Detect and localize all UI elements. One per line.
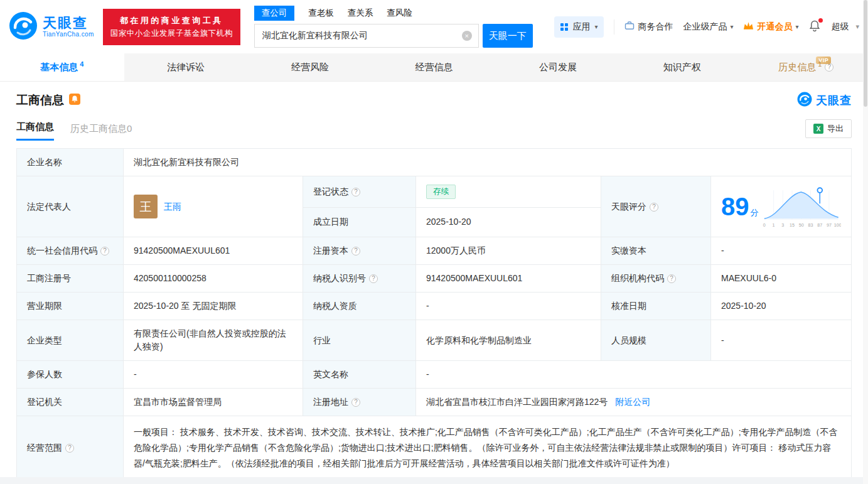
company-type-value: 有限责任公司(非自然人投资或控股的法人独资) — [124, 320, 303, 361]
svg-text:0: 0 — [763, 223, 765, 228]
help-icon[interactable]: ? — [351, 188, 360, 196]
tab-intellectual-property[interactable]: 知识产权 — [620, 53, 744, 81]
tab-history-info[interactable]: VIP 历史信息 1 ? — [744, 53, 868, 81]
promo-line1: 都在用的商业查询工具 — [110, 14, 233, 27]
status-badge: 存续 — [426, 185, 456, 199]
nav-item-cooperation[interactable]: 商务合作 — [624, 21, 673, 33]
svg-text:1: 1 — [772, 223, 774, 228]
help-icon[interactable]: ? — [65, 444, 74, 453]
help-icon[interactable]: ? — [825, 63, 833, 72]
export-button[interactable]: X 导出 — [805, 119, 852, 138]
business-info-table: 企业名称 湖北宜化新宜科技有限公司 法定代表人 王 王雨 登记状态? 存续 — [16, 148, 852, 480]
paid-capital-label: 实缴资本 — [601, 237, 711, 265]
tab-company-development[interactable]: 公司发展 — [496, 53, 620, 81]
search-button[interactable]: 天眼一下 — [483, 24, 533, 48]
logo-name: 天眼查 — [43, 15, 94, 31]
help-icon[interactable]: ? — [100, 247, 109, 255]
chevron-down-icon: ▾ — [594, 23, 597, 30]
search-type-tabs: 查公司 查老板 查关系 查风险 — [254, 6, 533, 21]
grid-icon — [560, 23, 568, 31]
tab-label: 基本信息 — [40, 62, 78, 73]
svg-text:50: 50 — [798, 223, 803, 228]
subtab-row: 工商信息 历史工商信息0 X 导出 — [16, 119, 852, 141]
search-area: 查公司 查老板 查关系 查风险 × 天眼一下 — [254, 6, 533, 48]
top-bar: 天眼查 TianYanCha.com 都在用的商业查询工具 国家中小企业发展子基… — [0, 0, 868, 53]
industry-value: 化学原料和化学制品制造业 — [416, 320, 601, 361]
section-header: 工商信息 天眼 — [16, 92, 852, 109]
scope-label-cell: 经营范围? — [17, 416, 124, 480]
search-input[interactable] — [255, 31, 478, 41]
nearby-companies-link[interactable]: 附近公司 — [615, 397, 650, 407]
reg-status-cell: 存续 — [416, 176, 601, 208]
staff-size-value: - — [711, 320, 852, 361]
promo-banner: 都在用的商业查询工具 国家中小企业发展子基金旗下机构 — [103, 9, 240, 45]
tianyancha-logo[interactable]: 天眼查 TianYanCha.com — [9, 11, 94, 43]
logo-domain: TianYanCha.com — [43, 31, 94, 38]
crown-icon — [743, 21, 754, 32]
org-code-label-cell: 组织机构代码? — [601, 265, 711, 293]
search-row: × 天眼一下 — [254, 24, 533, 48]
table-row: 工商注册号 420500110000258 纳税人识别号? 91420500MA… — [17, 265, 852, 293]
score-label: 天眼评分 — [611, 202, 646, 212]
svg-text:87: 87 — [817, 223, 822, 228]
search-tab-company[interactable]: 查公司 — [254, 6, 295, 21]
apps-label: 应用 — [572, 21, 590, 33]
legal-rep-cell: 王 王雨 — [124, 176, 303, 237]
score-unit: 分 — [751, 206, 759, 219]
credit-code-value: 91420500MAEXUUL601 — [124, 237, 303, 265]
header-nav: 应用 ▾ 商务合作 企业级产品 ▾ — [554, 16, 859, 38]
tianyancha-logo-icon — [797, 92, 812, 109]
score-cell[interactable]: 89 分 — [711, 176, 852, 237]
notifications-button[interactable] — [808, 19, 821, 34]
page: 天眼查 TianYanCha.com 都在用的商业查询工具 国家中小企业发展子基… — [0, 0, 868, 484]
taxpayer-quality-label: 纳税人资质 — [303, 293, 416, 320]
scrollbar[interactable] — [863, 0, 868, 484]
search-tab-boss[interactable]: 查老板 — [308, 8, 334, 19]
help-icon[interactable]: ? — [351, 398, 360, 407]
tab-legal-proceedings[interactable]: 法律诉讼 — [124, 53, 249, 81]
scrollbar-thumb[interactable] — [864, 0, 867, 107]
tab-operating-risk[interactable]: 经营风险 — [248, 53, 372, 81]
subtab-business-info[interactable]: 工商信息 — [16, 121, 54, 141]
establish-date-label: 成立日期 — [303, 207, 416, 237]
company-nav-tabs: 基本信息 4 法律诉讼 经营风险 经营信息 公司发展 知识产权 VIP 历史信息… — [0, 53, 868, 82]
search-box: × — [254, 24, 479, 48]
page-bottom-strip — [0, 477, 868, 484]
search-tab-relation[interactable]: 查关系 — [348, 8, 373, 19]
table-row: 登记机关 宜昌市市场监督管理局 注册地址? 湖北省宜昌市枝江市白洋工业园田家河路… — [17, 389, 852, 416]
table-row: 经营范围? 一般项目： 技术服务、技术开发、技术咨询、技术交流、技术转让、技术推… — [17, 416, 852, 480]
search-tab-risk[interactable]: 查风险 — [387, 8, 412, 19]
business-term-value: 2025-10-20 至 无固定期限 — [124, 293, 303, 320]
alert-bell-icon[interactable] — [69, 94, 80, 107]
tab-label: 经营风险 — [291, 62, 329, 73]
staff-size-label: 人员规模 — [601, 320, 711, 361]
address-label-cell: 注册地址? — [303, 389, 416, 416]
account-menu[interactable]: 超级 ▾ — [831, 21, 859, 33]
nav-item-enterprise[interactable]: 企业级产品 ▾ — [683, 21, 733, 33]
promo-line2: 国家中小企业发展子基金旗下机构 — [110, 27, 233, 40]
tab-label: 历史信息 — [778, 62, 816, 73]
clear-icon[interactable]: × — [462, 31, 472, 41]
svg-text:97: 97 — [826, 223, 831, 228]
subtab-history-business-info[interactable]: 历史工商信息0 — [70, 123, 132, 141]
table-row: 参保人数 - 英文名称 - — [17, 361, 852, 389]
address-value: 湖北省宜昌市枝江市白洋工业园田家河路122号 — [426, 397, 608, 407]
help-icon[interactable]: ? — [650, 203, 658, 212]
tab-basic-info[interactable]: 基本信息 4 — [0, 53, 124, 81]
enterprise-label: 企业级产品 — [683, 21, 727, 33]
english-name-value: - — [416, 361, 852, 389]
legal-rep-link[interactable]: 王雨 — [164, 200, 181, 213]
help-icon[interactable]: ? — [351, 247, 360, 255]
industry-label: 行业 — [303, 320, 416, 361]
help-icon[interactable]: ? — [667, 274, 676, 283]
help-icon[interactable]: ? — [369, 274, 378, 283]
tab-business-info[interactable]: 经营信息 — [372, 53, 496, 81]
account-label: 超级 — [831, 21, 849, 33]
apps-menu[interactable]: 应用 ▾ — [554, 16, 604, 38]
export-label: 导出 — [827, 123, 844, 134]
legal-rep-avatar[interactable]: 王 — [134, 195, 158, 218]
brand-name: 天眼查 — [816, 93, 852, 108]
nav-divider — [614, 19, 614, 35]
establish-date-value: 2025-10-20 — [416, 207, 601, 237]
nav-item-membership[interactable]: 开通会员 ▾ — [743, 21, 798, 33]
